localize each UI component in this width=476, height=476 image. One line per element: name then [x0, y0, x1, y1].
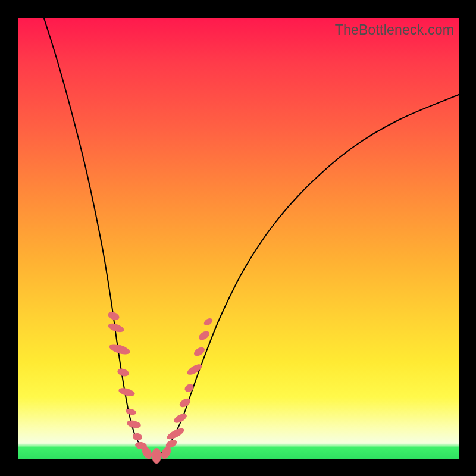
bead [117, 367, 130, 377]
bead [197, 330, 211, 342]
chart-svg [18, 18, 459, 459]
bead [118, 387, 136, 398]
bead [152, 448, 161, 464]
outer-frame: TheBottleneck.com [0, 0, 476, 476]
bead [203, 317, 214, 327]
bead [132, 433, 143, 441]
plot-area: TheBottleneck.com [18, 18, 459, 459]
bead [183, 383, 195, 393]
bead [165, 426, 186, 441]
bottleneck-curve [44, 18, 459, 456]
beads-group [107, 311, 214, 464]
bead [126, 419, 142, 430]
bead [108, 342, 131, 356]
bead [125, 408, 137, 416]
